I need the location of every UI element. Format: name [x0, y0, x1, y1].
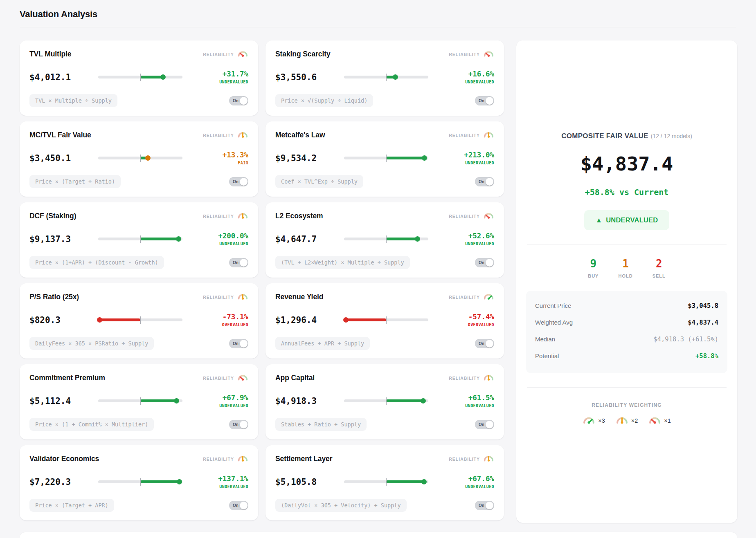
- slider-handle[interactable]: [422, 155, 427, 161]
- reliability-indicator: RELIABILITY: [203, 454, 248, 464]
- model-toggle[interactable]: On: [475, 420, 494, 429]
- reliability-label: RELIABILITY: [449, 52, 480, 57]
- slider-handle[interactable]: [177, 479, 182, 484]
- reliability-gauge-icon: [237, 211, 248, 221]
- model-fair-price: $3,450.1: [29, 153, 98, 163]
- verdict-label: OVERVALUED: [182, 323, 248, 327]
- model-title: Staking Scarcity: [275, 50, 331, 58]
- toggle-on-label: On: [233, 341, 239, 346]
- model-toggle[interactable]: On: [229, 339, 248, 348]
- model-toggle[interactable]: On: [475, 96, 494, 105]
- toggle-on-label: On: [233, 99, 239, 103]
- card-bottom-row: Coef × TVL^Exp ÷ Supply On: [275, 175, 494, 188]
- toggle-knob[interactable]: [240, 340, 248, 347]
- stat-value: $3,045.8: [688, 302, 718, 309]
- buy-label: BUY: [588, 273, 598, 278]
- toggle-knob[interactable]: [486, 502, 493, 509]
- fair-value-slider[interactable]: [98, 73, 182, 81]
- model-fair-price: $5,112.4: [29, 396, 98, 406]
- deviation-percent: +67.9%: [182, 394, 248, 402]
- slider-handle[interactable]: [176, 236, 181, 242]
- model-toggle[interactable]: On: [229, 501, 248, 510]
- model-fair-price: $4,918.3: [275, 396, 344, 406]
- sell-signal: 2 SELL: [652, 258, 666, 278]
- toggle-knob[interactable]: [486, 340, 493, 347]
- model-toggle[interactable]: On: [475, 177, 494, 186]
- fair-value-slider[interactable]: [344, 73, 428, 81]
- model-title: DCF (Staking): [29, 212, 76, 220]
- model-toggle[interactable]: On: [229, 420, 248, 429]
- fair-value-slider[interactable]: [344, 316, 428, 324]
- formula-chip: Coef × TVL^Exp ÷ Supply: [275, 175, 363, 188]
- model-toggle[interactable]: On: [229, 258, 248, 267]
- toggle-knob[interactable]: [240, 421, 248, 428]
- toggle-on-label: On: [233, 422, 239, 427]
- slider-center-tick: [140, 155, 141, 162]
- toggle-knob[interactable]: [240, 178, 248, 186]
- model-card: MC/TVL Fair Value RELIABILITY $3,450.1 +…: [20, 121, 258, 197]
- model-toggle[interactable]: On: [229, 96, 248, 105]
- slider-handle[interactable]: [421, 479, 427, 484]
- card-bottom-row: Price × (1+APR) ÷ (Discount - Growth) On: [29, 256, 248, 269]
- reliability-label: RELIABILITY: [449, 376, 480, 381]
- card-top-row: Settlement Layer RELIABILITY: [275, 454, 494, 464]
- reliability-indicator: RELIABILITY: [449, 454, 494, 464]
- slider-center-tick: [386, 155, 387, 162]
- stat-label: Median: [535, 336, 555, 343]
- model-title: L2 Ecosystem: [275, 212, 323, 220]
- page-title: Valuation Analysis: [20, 9, 736, 20]
- slider-fill: [386, 238, 417, 240]
- model-title: P/S Ratio (25x): [29, 293, 79, 301]
- slider-handle[interactable]: [415, 236, 420, 242]
- toggle-knob[interactable]: [486, 178, 493, 186]
- slider-handle[interactable]: [393, 74, 398, 80]
- model-toggle[interactable]: On: [229, 177, 248, 186]
- model-toggle[interactable]: On: [475, 258, 494, 267]
- card-top-row: L2 Ecosystem RELIABILITY: [275, 211, 494, 221]
- buy-signal: 9 BUY: [588, 258, 598, 278]
- slider-center-tick: [140, 397, 141, 405]
- gauge-icon: [237, 49, 248, 57]
- fair-value-slider[interactable]: [344, 478, 428, 486]
- model-toggle[interactable]: On: [475, 339, 494, 348]
- reliability-gauge-icon: [237, 49, 248, 59]
- fair-value-slider[interactable]: [98, 235, 182, 243]
- slider-handle[interactable]: [343, 317, 349, 323]
- verdict-label: UNDERVALUED: [428, 484, 494, 489]
- gauge-icon: [483, 211, 494, 219]
- gauge-icon: [648, 415, 661, 424]
- weighting-item-x3: ×3: [583, 415, 605, 426]
- slider-handle[interactable]: [174, 398, 179, 404]
- model-fair-price: $9,534.2: [275, 153, 344, 163]
- gauge-icon: [616, 415, 628, 424]
- fair-value-slider[interactable]: [98, 397, 182, 405]
- slider-handle[interactable]: [421, 398, 426, 404]
- toggle-knob[interactable]: [240, 259, 248, 267]
- stat-value: $4,918.3 (+61.5%): [653, 336, 718, 343]
- weighting-item-x2: ×2: [616, 415, 638, 426]
- model-toggle[interactable]: On: [475, 501, 494, 510]
- slider-handle[interactable]: [160, 74, 166, 80]
- metric-row: $4,918.3 +61.5% UNDERVALUED: [275, 394, 494, 408]
- verdict-label: UNDERVALUED: [428, 161, 494, 165]
- reliability-weighting: RELIABILITY WEIGHTING ×3 ×2 ×1: [526, 402, 727, 426]
- slider-center-tick: [386, 397, 387, 405]
- model-fair-price: $5,105.8: [275, 477, 344, 487]
- deviation-percent: +13.3%: [182, 151, 248, 159]
- toggle-knob[interactable]: [240, 97, 248, 105]
- metric-row: $5,112.4 +67.9% UNDERVALUED: [29, 394, 248, 408]
- fair-value-slider[interactable]: [344, 235, 428, 243]
- slider-handle[interactable]: [145, 155, 151, 161]
- fair-value-slider[interactable]: [344, 154, 428, 162]
- toggle-knob[interactable]: [486, 259, 493, 267]
- fair-value-slider[interactable]: [344, 397, 428, 405]
- model-title: Validator Economics: [29, 455, 99, 463]
- slider-handle[interactable]: [97, 317, 102, 323]
- reliability-label: RELIABILITY: [203, 457, 234, 462]
- toggle-knob[interactable]: [486, 97, 493, 105]
- toggle-knob[interactable]: [486, 421, 493, 428]
- toggle-knob[interactable]: [240, 502, 248, 509]
- fair-value-slider[interactable]: [98, 316, 182, 324]
- fair-value-slider[interactable]: [98, 154, 182, 162]
- fair-value-slider[interactable]: [98, 478, 182, 486]
